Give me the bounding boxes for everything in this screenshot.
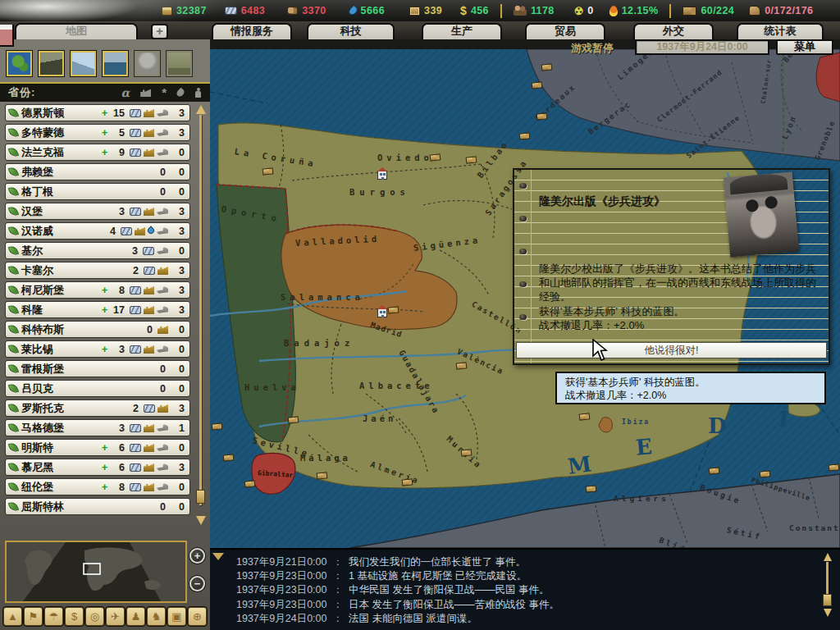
machine-icon [157,463,168,472]
military-button[interactable] [167,51,192,76]
province-row[interactable]: 弗赖堡00 [5,163,190,180]
log-collapse-icon[interactable] [212,553,224,560]
province-row[interactable]: 汉诺威43 [5,222,190,240]
sort-oil-icon[interactable] [176,88,186,98]
province-count: 0 [172,363,185,375]
message-filter-strip: ▲⚑☂$◎✈♟♞▣⊕ [3,607,207,626]
money-icon: $ [460,4,467,17]
province-row[interactable]: 多特蒙德+53 [5,124,190,141]
province-row[interactable]: 格丁根00 [5,183,190,200]
scroll-up-icon[interactable] [196,105,206,114]
production-plus: + [100,126,109,139]
sort-resources-icon[interactable]: * [162,89,167,97]
province-row[interactable]: 德累斯顿+153 [5,104,190,121]
transport-icon [682,7,696,16]
province-row[interactable]: 纽伦堡+80 [5,478,190,495]
minimap[interactable] [5,541,187,603]
province-row[interactable]: 科特布斯00 [5,321,190,338]
metal-icon [130,444,141,452]
production-plus: + [100,146,109,158]
log-message: 1 基础设施 在柯尼斯堡 已经完成建设。 [349,570,527,582]
tab-map[interactable]: 地图 [15,23,138,39]
land-units-button[interactable] [39,51,64,76]
supplies-filter-button[interactable]: ▣ [167,607,186,626]
tab-technology[interactable]: 科技 [307,23,395,39]
production-value: 15 [111,107,125,119]
cavalry-filter-button[interactable]: ♞ [147,607,166,626]
log-scrollbar[interactable] [822,553,833,622]
log-scroll-down-icon[interactable] [824,609,832,617]
province-row[interactable]: 吕贝克00 [5,380,190,397]
log-entries: 1937年9月21日0:00：我们发生我们的一位部长逝世了 事件。1937年9月… [236,555,559,626]
metal-icon [130,463,141,472]
tooltip-line: 获得'基本步兵师' 科技的蓝图。 [565,376,816,389]
province-row[interactable]: 科隆+173 [5,301,190,318]
scroll-track[interactable] [199,115,202,505]
zoom-out-button[interactable]: − [189,576,205,591]
province-name: 多特蒙德 [21,126,64,140]
province-row[interactable]: 基尔30 [5,242,190,259]
nuclear-icon: ☢ [574,6,584,16]
log-scroll-up-icon[interactable] [824,553,832,561]
sort-alpha-icon[interactable]: α [121,86,130,99]
metal-icon [225,7,237,15]
infantry-filter-button[interactable]: ♟ [126,607,145,626]
production-value: 9 [111,147,125,158]
weather-filter-button[interactable]: ☂ [44,607,63,626]
province-row[interactable]: 雷根斯堡00 [5,360,190,377]
log-scroll-thumb[interactable] [823,594,832,606]
scroll-thumb[interactable] [196,490,205,504]
world-filter-button[interactable]: ⊕ [188,607,207,626]
tab-statistics[interactable]: 统计表 [737,23,824,39]
province-name: 明斯特 [21,441,53,455]
metal-icon [130,345,141,354]
air-units-button[interactable] [71,51,96,76]
sort-factory-icon[interactable] [140,89,151,97]
map-move-button[interactable]: + [151,24,168,39]
air-filter-button[interactable]: ✈ [106,607,125,626]
tooltip-line: 战术撤退几率：+2.0% [565,389,816,402]
metal-icon [130,148,141,157]
province-row[interactable]: 汉堡33 [5,203,190,220]
nuclear-button[interactable] [135,51,160,76]
province-row[interactable]: 罗斯托克23 [5,399,190,417]
province-row[interactable]: 屈斯特林00 [5,498,190,515]
province-row[interactable]: 柯尼斯堡+83 [5,281,190,299]
province-count: 3 [172,226,185,237]
factory-icon [158,325,168,334]
province-row[interactable]: 慕尼黑+63 [5,459,190,476]
flag-filter-button[interactable]: ⚑ [24,607,43,626]
tab-production[interactable]: 生产 [422,23,502,39]
province-row[interactable]: 卡塞尔23 [5,262,190,279]
production-plus: + [100,441,109,454]
scroll-down-icon[interactable] [196,516,206,525]
europe-map-button[interactable] [7,51,32,76]
production-value: 0 [152,186,166,198]
resource-dissent-value: 12.15% [622,5,659,16]
event-accept-button[interactable]: 他说得很对! [516,342,827,358]
tab-diplomacy[interactable]: 外交 [633,23,714,39]
machine-icon [157,424,168,432]
resource-oil: 5666 [349,5,385,16]
province-row[interactable]: 马格德堡31 [5,419,190,436]
log-scroll-track[interactable] [826,562,829,595]
resources-filter-button[interactable]: ◎ [85,607,104,626]
province-row[interactable]: 莱比锡+30 [5,340,190,358]
zoom-in-button[interactable]: + [189,548,205,564]
province-name: 汉诺威 [21,224,53,239]
province-row[interactable]: 法兰克福+90 [5,144,190,161]
province-scrollbar[interactable] [196,105,204,525]
tab-trade[interactable]: 贸易 [525,23,605,39]
province-row[interactable]: 明斯特+60 [5,439,190,456]
menu-button[interactable]: 菜单 [776,39,833,55]
tab-intelligence[interactable]: 情报服务 [212,23,292,39]
province-leaf-icon [8,482,19,492]
money-filter-button[interactable]: $ [65,607,84,626]
event-body-text: 隆美尔少校出版了《步兵进攻》。这本书总结了他作为步兵和山地部队的指挥官，在一战的… [539,262,824,304]
terrain-filter-button[interactable]: ▲ [3,607,22,626]
province-name: 格丁根 [21,185,53,199]
naval-units-button[interactable] [103,51,128,76]
province-count: 3 [172,403,185,414]
sort-manpower-icon[interactable] [194,88,202,98]
event-popup: 隆美尔出版《步兵进攻》 隆美尔少校出版了《步兵进攻》。这本书总结了他作为步兵和山… [513,168,830,365]
